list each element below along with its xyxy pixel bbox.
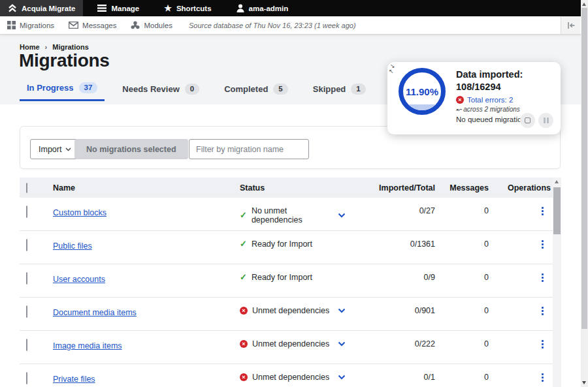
row-checkbox[interactable] [26,305,27,318]
page-scrollbar-thumb[interactable] [581,8,587,329]
resize-nw-icon: ↖ [389,69,400,74]
shortcuts-menu-item[interactable]: ★ Shortcuts [155,0,220,16]
manage-label: Manage [111,5,139,12]
status-error-icon: × [240,307,248,315]
error-circle-icon: × [456,96,464,104]
manage-menu-item[interactable]: Manage [88,0,148,16]
migration-name-link[interactable]: Document media items [53,308,137,317]
star-icon: ★ [164,4,172,12]
app-window: Acquia Migrate Manage ★ Shortcuts ama-ad… [0,0,588,387]
status-text: Ready for Import [252,240,312,249]
expand-chevron-icon[interactable] [338,308,346,313]
column-header-name: Name [53,183,240,193]
across-migrations-note: ↜ across 2 migrations [456,106,554,113]
status-ok-icon: ✓ [240,273,247,281]
status-ok-icon: ✓ [240,240,247,248]
operations-menu-button[interactable] [541,373,544,382]
table-row: Custom blocks ✓ No unmet dependencies 0/… [20,198,553,231]
progress-ring-fill [403,104,441,110]
scroll-up-icon[interactable] [555,180,559,183]
messages-count: 0 [436,273,490,282]
grid-icon [7,21,16,29]
modules-nav-label: Modules [144,22,172,29]
status-text: Unmet dependencies [252,306,329,315]
import-label: Import [39,145,61,154]
tab-label: In Progress [27,83,74,93]
table-row: Public files ✓ Ready for Import 0/1361 0 [20,231,553,264]
tab-in-progress[interactable]: In Progress 37 [20,82,105,101]
migration-name-link[interactable]: Custom blocks [53,208,106,217]
tab-count-badge: 0 [185,84,199,95]
modules-cluster-icon [131,21,140,29]
operations-menu-button[interactable] [541,240,544,249]
status-ok-icon: ✓ [240,211,247,219]
table-row: Document media items × Unmet dependencie… [20,298,553,331]
table-row: User accounts ✓ Ready for Import 0/9 0 [20,264,553,298]
messages-count: 0 [436,306,490,315]
messages-nav-label: Messages [82,22,116,29]
tab-count-badge: 1 [351,84,365,95]
expand-chevron-icon[interactable] [338,213,346,218]
resize-handle[interactable]: ↘ ↖ [390,63,400,75]
page-scrollbar[interactable] [581,0,588,387]
migration-name-link[interactable]: Image media items [53,341,122,350]
operations-menu-button[interactable] [541,206,544,216]
tab-count-badge: 37 [79,82,98,93]
tab-label: Needs Review [122,84,179,94]
user-icon [237,4,244,12]
operations-menu-button[interactable] [541,339,544,349]
table-row: Private files × Unmet dependencies 0/1 0 [20,364,553,387]
expand-chevron-icon[interactable] [338,341,346,347]
migrations-nav-label: Migrations [20,22,54,29]
acquia-migrate-home-button[interactable]: Acquia Migrate [0,0,83,16]
row-checkbox[interactable] [26,339,27,351]
table-scrollbar-thumb[interactable] [553,187,561,234]
acquia-chevrons-icon [8,4,17,12]
scroll-up-icon[interactable] [582,3,586,6]
row-checkbox[interactable] [26,372,27,384]
imported-total-value: 0/27 [363,206,436,215]
import-dropdown-button[interactable]: Import [30,139,80,159]
messages-count: 0 [436,373,490,382]
migration-name-link[interactable]: User accounts [53,275,105,284]
toolbar-item-migrations[interactable]: Migrations [0,16,61,34]
pause-import-button[interactable] [538,113,553,128]
total-errors-link[interactable]: × Total errors: 2 [456,96,554,104]
row-checkbox[interactable] [26,272,27,285]
expand-chevron-icon[interactable] [338,375,346,380]
migration-name-link[interactable]: Private files [53,375,95,384]
imported-total-value: 0/901 [363,306,436,315]
column-header-imported-total: Imported/Total [363,183,436,193]
page-title: Migrations [19,50,110,71]
tab-count-badge: 5 [273,84,287,95]
operations-menu-button[interactable] [541,273,544,283]
operations-menu-button[interactable] [541,306,544,316]
row-checkbox[interactable] [26,239,27,251]
toolbar-item-messages[interactable]: Messages [61,16,123,34]
tab-skipped[interactable]: Skipped 1 [306,82,373,101]
tab-label: Completed [224,84,268,94]
tab-needs-review[interactable]: Needs Review 0 [115,82,206,101]
tab-label: Skipped [313,84,346,94]
hamburger-icon [97,5,106,12]
select-all-checkbox[interactable] [26,183,27,193]
row-checkbox[interactable] [26,206,27,218]
messages-count: 0 [436,206,490,215]
chevron-down-icon [65,147,71,151]
envelope-icon [69,22,78,29]
filter-migration-input[interactable] [189,139,309,159]
migration-tabs: In Progress 37 Needs Review 0 Completed … [20,82,449,101]
collapse-toolbar-button[interactable] [561,16,580,34]
status-text: No unmet dependencies [252,206,333,224]
data-imported-title: Data imported: 108/16294 [456,69,554,93]
table-scrollbar[interactable] [553,178,561,387]
toolbar-item-modules[interactable]: Modules [123,16,179,34]
messages-count: 0 [436,339,490,348]
migration-name-link[interactable]: Public files [53,241,92,251]
user-account-menu-item[interactable]: ama-admin [227,0,298,16]
scroll-down-icon[interactable] [582,381,586,384]
tab-completed[interactable]: Completed 5 [217,82,295,101]
stop-import-button[interactable] [520,113,535,128]
status-text: Unmet dependencies [252,373,329,382]
no-migrations-selected-button[interactable]: No migrations selected [74,139,188,159]
